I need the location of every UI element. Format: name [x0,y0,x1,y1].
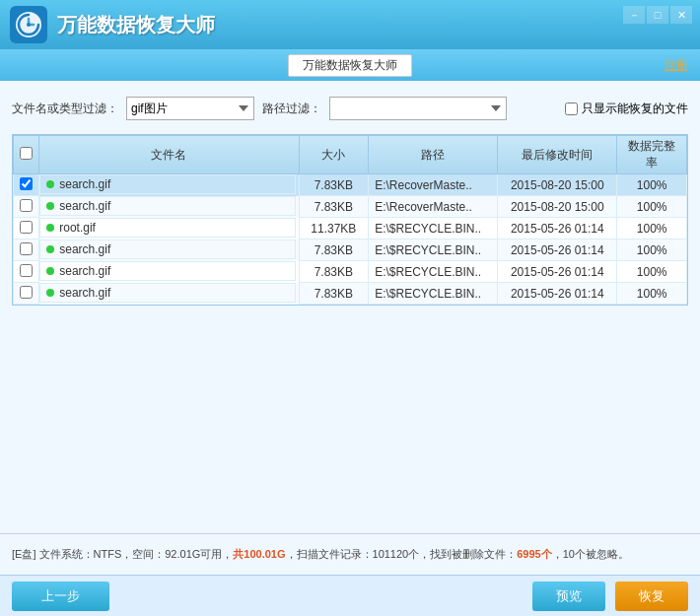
row-size: 7.83KB [299,196,369,218]
row-size: 11.37KB [299,218,369,240]
recover-button[interactable]: 恢复 [615,582,688,611]
title-bar: 万能数据恢复大师 － □ ✕ [0,0,700,49]
header-integrity: 数据完整率 [617,136,687,174]
status-highlight2: 6995个 [517,548,551,560]
status-suffix: ，10个被忽略。 [552,548,629,560]
row-filename: root.gif [39,218,296,238]
table-row[interactable]: search.gif7.83KBE:\$RECYCLE.BIN..2015-05… [14,240,687,261]
window-controls: － □ ✕ [623,6,692,24]
row-checkbox[interactable] [20,199,33,212]
header-size: 大小 [299,136,369,174]
row-path: E:\$RECYCLE.BIN.. [369,240,498,261]
filename-text: search.gif [59,242,110,256]
status-dot-icon [46,245,54,253]
row-checkbox-cell[interactable] [14,240,39,261]
subtitle-bar: 万能数据恢复大师 注册 [0,49,700,81]
file-type-filter[interactable]: gif图片 [126,97,254,120]
row-path: E:\$RECYCLE.BIN.. [369,218,498,240]
row-path: E:\$RECYCLE.BIN.. [369,261,498,283]
row-time: 2015-05-26 01:14 [498,261,617,283]
filename-text: search.gif [59,177,110,191]
row-path: E:\RecoverMaste.. [369,196,498,218]
filename-text: search.gif [59,286,110,300]
table-row[interactable]: search.gif7.83KBE:\$RECYCLE.BIN..2015-05… [14,261,687,283]
row-time: 2015-05-26 01:14 [498,218,617,240]
status-highlight1: 共100.01G [233,548,285,560]
status-text: [E盘] 文件系统：NTFS，空间：92.01G可用，共100.01G，扫描文件… [12,547,629,562]
filter-bar: 文件名或类型过滤： gif图片 路径过滤： 只显示能恢复的文件 [12,91,688,126]
filter-name-label: 文件名或类型过滤： [12,101,118,117]
app-logo [10,6,47,43]
row-checkbox-cell[interactable] [14,283,39,305]
register-link[interactable]: 注册 [665,57,688,74]
table-row[interactable]: search.gif7.83KBE:\RecoverMaste..2015-08… [14,196,687,218]
row-checkbox-cell[interactable] [14,261,39,283]
filename-text: search.gif [59,199,110,213]
row-size: 7.83KB [299,261,369,283]
row-size: 7.83KB [299,174,369,196]
row-integrity: 100% [617,283,687,305]
row-integrity: 100% [617,240,687,261]
close-button[interactable]: ✕ [670,6,692,24]
row-checkbox[interactable] [20,221,33,234]
status-dot-icon [46,202,54,210]
table-row[interactable]: search.gif7.83KBE:\RecoverMaste..2015-08… [14,174,687,196]
preview-button[interactable]: 预览 [532,582,605,611]
row-filename: search.gif [39,196,296,216]
status-dot-icon [46,267,54,275]
row-path: E:\RecoverMaste.. [369,174,498,196]
row-time: 2015-05-26 01:14 [498,283,617,305]
status-dot-icon [46,224,54,232]
row-checkbox[interactable] [20,242,33,255]
select-all-checkbox[interactable] [20,147,33,160]
show-recoverable-label[interactable]: 只显示能恢复的文件 [565,101,688,117]
row-filename: search.gif [39,240,296,259]
logo-icon [15,11,42,38]
file-table: 文件名 大小 路径 最后修改时间 数据完整率 search.gif7.83KBE… [13,135,687,305]
status-dot-icon [46,289,54,297]
row-checkbox-cell[interactable] [14,196,39,218]
path-filter[interactable] [329,97,507,120]
action-bar: 上一步 预览 恢复 [0,575,700,616]
header-filename: 文件名 [39,136,299,174]
status-bar: [E盘] 文件系统：NTFS，空间：92.01G可用，共100.01G，扫描文件… [0,533,700,575]
file-table-container: 文件名 大小 路径 最后修改时间 数据完整率 search.gif7.83KBE… [12,134,688,306]
status-mid: ，扫描文件记录：101120个，找到被删除文件： [286,548,518,560]
filename-text: search.gif [59,264,110,278]
back-button[interactable]: 上一步 [12,582,109,611]
filename-text: root.gif [59,221,96,235]
row-checkbox[interactable] [20,177,33,190]
header-time: 最后修改时间 [498,136,617,174]
row-integrity: 100% [617,196,687,218]
row-size: 7.83KB [299,283,369,305]
table-header: 文件名 大小 路径 最后修改时间 数据完整率 [14,136,687,174]
app-title: 万能数据恢复大师 [57,12,215,38]
subtitle-tag: 万能数据恢复大师 [288,54,412,77]
row-integrity: 100% [617,174,687,196]
status-dot-icon [46,180,54,188]
row-checkbox-cell[interactable] [14,174,39,196]
header-check[interactable] [14,136,39,174]
row-path: E:\$RECYCLE.BIN.. [369,283,498,305]
restore-button[interactable]: □ [647,6,668,24]
main-content: 文件名或类型过滤： gif图片 路径过滤： 只显示能恢复的文件 文件名 大小 路… [0,81,700,533]
show-recoverable-checkbox[interactable] [565,103,578,115]
row-time: 2015-08-20 15:00 [498,196,617,218]
row-filename: search.gif [39,283,296,303]
filter-path-label: 路径过滤： [262,101,321,117]
table-row[interactable]: search.gif7.83KBE:\$RECYCLE.BIN..2015-05… [14,283,687,305]
row-filename: search.gif [39,174,296,194]
row-integrity: 100% [617,261,687,283]
table-row[interactable]: root.gif11.37KBE:\$RECYCLE.BIN..2015-05-… [14,218,687,240]
row-size: 7.83KB [299,240,369,261]
show-recoverable-text: 只显示能恢复的文件 [582,101,688,117]
row-time: 2015-08-20 15:00 [498,174,617,196]
file-table-body: search.gif7.83KBE:\RecoverMaste..2015-08… [14,174,687,305]
row-checkbox-cell[interactable] [14,218,39,240]
minimize-button[interactable]: － [623,6,645,24]
svg-point-1 [27,23,31,27]
status-prefix: [E盘] 文件系统：NTFS，空间：92.01G可用， [12,548,233,560]
row-checkbox[interactable] [20,264,33,277]
header-path: 路径 [369,136,498,174]
row-checkbox[interactable] [20,286,33,299]
